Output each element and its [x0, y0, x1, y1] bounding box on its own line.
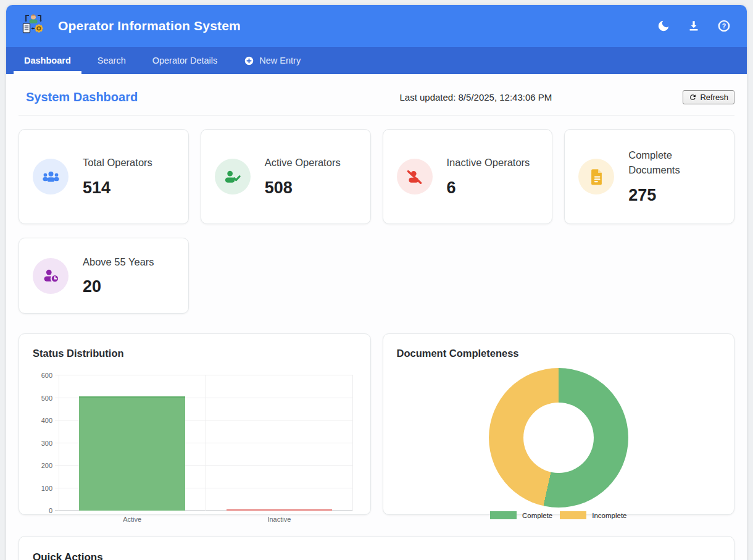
app-logo-icon	[19, 11, 48, 41]
gridline-vertical	[206, 375, 206, 511]
moon-icon[interactable]	[657, 19, 670, 33]
tab-search[interactable]: Search	[87, 47, 136, 74]
refresh-icon	[689, 93, 697, 101]
quick-actions-card: Quick Actions	[19, 536, 734, 560]
person-clock-icon	[41, 266, 60, 285]
legend-item[interactable]: Incomplete	[560, 511, 626, 519]
donut-legend: CompleteIncomplete	[383, 511, 734, 519]
quick-actions-title: Quick Actions	[33, 551, 720, 560]
last-updated-text: Last updated: 8/5/2025, 12:43:06 PM	[399, 92, 552, 102]
tab-label: Search	[98, 56, 126, 65]
tab-operator-details[interactable]: Operator Details	[142, 47, 228, 74]
stat-card-complete-documents: Complete Documents 275	[564, 129, 734, 224]
chart-title: Status Distribution	[33, 348, 357, 359]
help-icon[interactable]: ?	[717, 19, 731, 33]
y-axis-tick-label: 400	[41, 417, 52, 424]
legend-swatch	[560, 511, 586, 519]
app-header: Operator Information System ?	[6, 5, 747, 47]
stat-value: 6	[447, 178, 530, 198]
bar-active	[79, 396, 185, 511]
refresh-button[interactable]: Refresh	[683, 90, 734, 104]
tab-dashboard[interactable]: Dashboard	[14, 47, 81, 74]
legend-item[interactable]: Complete	[490, 511, 552, 519]
y-axis-tick-label: 0	[49, 507, 52, 514]
charts-grid: Status Distribution 0100200300400500600 …	[19, 333, 734, 515]
plus-circle-icon	[244, 56, 254, 66]
y-axis-tick-label: 200	[41, 462, 52, 469]
y-axis-tick-label: 100	[41, 485, 52, 492]
tab-label: New Entry	[259, 56, 301, 65]
stat-label: Active Operators	[265, 156, 341, 170]
person-slash-icon	[405, 167, 424, 186]
download-icon[interactable]	[687, 19, 701, 33]
y-axis-tick-label: 500	[41, 395, 52, 402]
stat-card-active-operators: Active Operators 508	[201, 129, 371, 224]
stat-card-above-55-years: Above 55 Years 20	[19, 238, 189, 314]
tab-label: Operator Details	[152, 56, 218, 65]
stat-value: 508	[265, 178, 341, 198]
stats-grid: Total Operators 514 Active Operators 508	[19, 129, 734, 314]
stat-card-total-operators: Total Operators 514	[19, 129, 189, 224]
app-window: Operator Information System ? Dashboard …	[6, 5, 747, 560]
document-completeness-chart-card: Document Completeness CompleteIncomplete	[383, 333, 735, 515]
refresh-label: Refresh	[700, 93, 728, 102]
y-axis-tick-label: 300	[41, 440, 52, 447]
x-axis-category-label: Inactive	[206, 516, 352, 523]
stat-label: Above 55 Years	[83, 255, 154, 270]
gridline-vertical	[59, 375, 59, 511]
page-title: System Dashboard	[26, 90, 138, 104]
gridline	[55, 375, 353, 375]
legend-label: Complete	[522, 512, 552, 519]
chart-title: Document Completeness	[397, 348, 721, 359]
x-axis-category-label: Active	[59, 516, 206, 523]
app-title: Operator Information System	[58, 19, 657, 33]
bar-chart-y-axis: 0100200300400500600	[33, 375, 59, 511]
status-distribution-chart-card: Status Distribution 0100200300400500600 …	[19, 333, 371, 515]
svg-text:?: ?	[722, 22, 726, 30]
stat-value: 514	[83, 178, 152, 198]
donut-hole	[523, 403, 594, 473]
donut-chart	[489, 368, 628, 508]
people-group-icon	[41, 167, 60, 186]
nav-bar: Dashboard Search Operator Details New En…	[6, 47, 747, 74]
stat-value: 275	[628, 186, 720, 205]
document-icon	[587, 167, 606, 186]
tab-label: Dashboard	[24, 56, 71, 65]
bar-chart-plot: ActiveInactive	[59, 375, 353, 511]
stat-card-inactive-operators: Inactive Operators 6	[383, 129, 553, 224]
stat-label: Complete Documents	[628, 148, 720, 178]
stat-label: Inactive Operators	[447, 156, 530, 170]
page-head: System Dashboard Last updated: 8/5/2025,…	[19, 74, 734, 115]
y-axis-tick-label: 600	[41, 372, 52, 379]
person-check-icon	[223, 167, 242, 186]
gridline-vertical	[352, 375, 353, 511]
stat-label: Total Operators	[83, 156, 152, 170]
bar-inactive	[227, 509, 333, 511]
legend-label: Incomplete	[592, 512, 626, 519]
tab-new-entry[interactable]: New Entry	[233, 47, 311, 74]
stat-value: 20	[83, 277, 154, 296]
legend-swatch	[490, 511, 517, 519]
